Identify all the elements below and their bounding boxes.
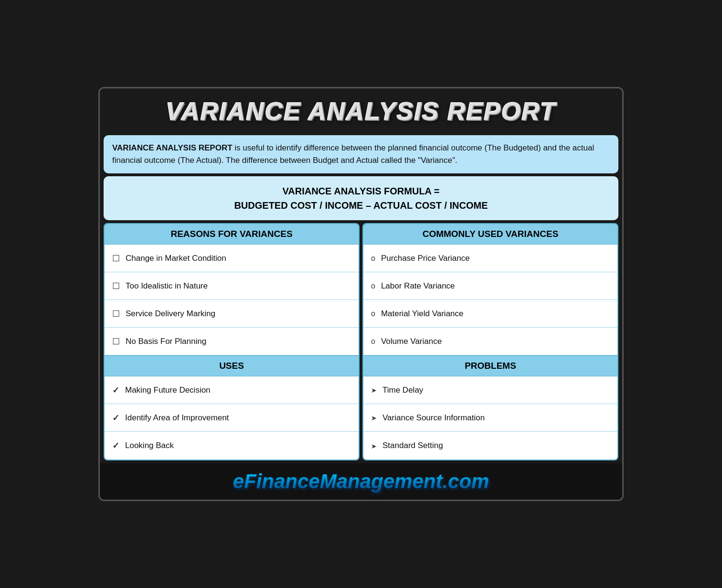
left-item-3: Service Delivery Marking <box>126 309 215 319</box>
circle-icon <box>371 253 375 263</box>
right-sub-item-2: Variance Source Information <box>382 413 485 423</box>
formula-section: VARIANCE ANALYSIS FORMULA = BUDGETED COS… <box>104 176 618 220</box>
list-item: Service Delivery Marking <box>105 300 359 328</box>
right-sub-header: PROBLEMS <box>363 355 617 376</box>
description-bold: VARIANCE ANALYSIS REPORT <box>112 143 233 152</box>
list-item: Too Idealistic in Nature <box>105 272 359 300</box>
main-title: VARIANCE ANALYSIS REPORT <box>109 97 613 126</box>
left-item-4: No Basis For Planning <box>126 337 206 346</box>
right-col-wrapper: COMMONLY USED VARIANCES Purchase Price V… <box>362 223 618 460</box>
circle-icon <box>371 309 375 319</box>
list-item: No Basis For Planning <box>105 328 359 355</box>
left-col-wrapper: REASONS FOR VARIANCES Change in Market C… <box>104 223 360 460</box>
left-sub-item-3: Looking Back <box>125 441 174 450</box>
list-item: Labor Rate Variance <box>363 272 617 300</box>
title-section: VARIANCE ANALYSIS REPORT <box>100 88 622 132</box>
left-item-2: Too Idealistic in Nature <box>126 281 208 291</box>
right-sub-item-1: Time Delay <box>382 385 423 395</box>
circle-icon <box>371 281 375 291</box>
left-sub-item-1: Making Future Decision <box>125 385 211 395</box>
checkbox-icon <box>112 281 120 291</box>
list-item: Standard Setting <box>363 432 617 460</box>
right-item-2: Labor Rate Variance <box>381 281 455 291</box>
right-column: COMMONLY USED VARIANCES Purchase Price V… <box>362 223 618 460</box>
circle-icon <box>371 336 375 346</box>
checkbox-icon <box>112 336 120 347</box>
right-item-4: Volume Variance <box>381 337 442 346</box>
formula-line1: VARIANCE ANALYSIS FORMULA = <box>113 184 609 198</box>
two-col-section: REASONS FOR VARIANCES Change in Market C… <box>104 223 618 460</box>
left-sub-header: USES <box>105 355 359 376</box>
left-col-header: REASONS FOR VARIANCES <box>105 224 359 245</box>
checkbox-icon <box>112 309 120 319</box>
list-item: Material Yield Variance <box>363 300 617 328</box>
right-item-1: Purchase Price Variance <box>381 254 470 263</box>
right-sub-item-3: Standard Setting <box>382 441 443 450</box>
list-item: Time Delay <box>363 376 617 404</box>
arrow-icon <box>371 385 377 395</box>
right-col-header: COMMONLY USED VARIANCES <box>363 224 617 245</box>
main-container: VARIANCE ANALYSIS REPORT VARIANCE ANALYS… <box>98 87 624 502</box>
arrow-icon <box>371 441 377 451</box>
checkbox-icon <box>112 253 120 264</box>
arrow-icon <box>371 413 377 423</box>
formula-line2: BUDGETED COST / INCOME – ACTUAL COST / I… <box>113 198 609 213</box>
left-column: REASONS FOR VARIANCES Change in Market C… <box>104 223 360 460</box>
list-item: Variance Source Information <box>363 404 617 432</box>
check-icon <box>112 440 119 451</box>
list-item: Purchase Price Variance <box>363 245 617 272</box>
footer-brand: eFinanceManagement.com <box>233 470 489 492</box>
left-sub-item-2: Identify Area of Improvement <box>125 413 229 423</box>
description-section: VARIANCE ANALYSIS REPORT is useful to id… <box>104 135 618 174</box>
list-item: Volume Variance <box>363 328 617 355</box>
right-item-3: Material Yield Variance <box>381 309 464 319</box>
list-item: Making Future Decision <box>105 376 359 404</box>
list-item: Change in Market Condition <box>105 245 359 272</box>
check-icon <box>112 413 119 423</box>
footer: eFinanceManagement.com <box>100 463 622 500</box>
list-item: Identify Area of Improvement <box>105 404 359 432</box>
list-item: Looking Back <box>105 432 359 460</box>
check-icon <box>112 385 119 396</box>
left-item-1: Change in Market Condition <box>126 254 226 263</box>
